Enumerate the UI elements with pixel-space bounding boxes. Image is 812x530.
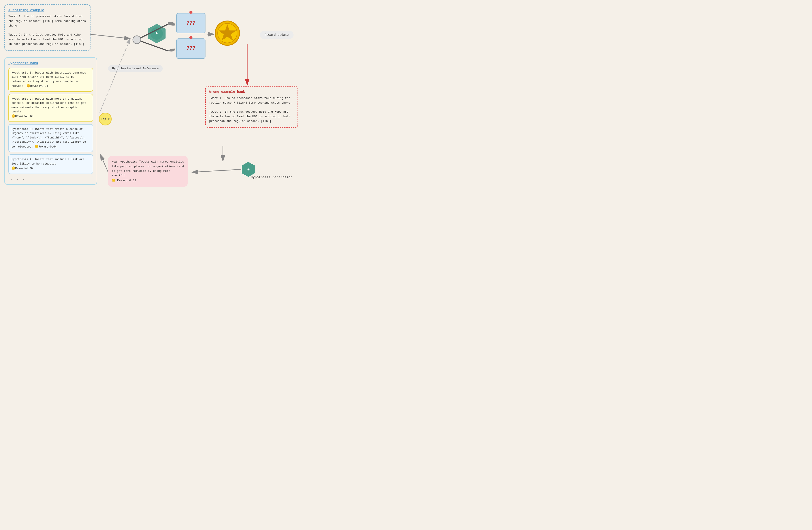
arrow-gen-to-newhyp (192, 169, 241, 172)
hyp2-text: Hypothesis 2: Tweets with more informati… (12, 97, 86, 113)
dots: . . . (9, 176, 93, 181)
robot-arm-lower (137, 40, 168, 51)
hyp2-reward: Reward=0.66 (15, 115, 33, 118)
openai-hex-gen (242, 162, 255, 177)
hyp1-reward: Reward=0.71 (30, 85, 48, 88)
openai-bg-gen (244, 165, 253, 174)
hypothesis-bank-box: Hypothesis bank Hypothesis 1: Tweets wit… (4, 57, 97, 185)
robot-joint (133, 36, 141, 44)
hypothesis-card-4: Hypothesis 4: Tweets that include a link… (9, 154, 93, 174)
arrow-hyp-to-robot (100, 39, 130, 113)
hyp3-reward: Reward=0.64 (39, 145, 57, 148)
wrong-tweet2: Tweet 2: In the last decade, Melo and Ko… (209, 110, 290, 123)
coin-icon-4: 🪙 (12, 166, 15, 171)
coin-icon-2: 🪙 (12, 114, 15, 119)
tweet1-text: Tweet 1: How do preseason stars fare dur… (9, 15, 86, 27)
topk-badge: Top k (99, 113, 112, 126)
slot-numbers-2: 777 (187, 45, 195, 51)
hypothesis-bank-title: Hypothesis bank (9, 61, 93, 65)
wrong-example-text: Tweet 1: How do preseason stars fare dur… (209, 96, 294, 124)
new-hypothesis-box: New hypothesis: Tweets with named entiti… (108, 156, 188, 187)
wrong-example-title: Wrong example bank (209, 90, 294, 94)
svg-text:✦: ✦ (155, 30, 159, 36)
arrow-newhyp-to-bank (100, 155, 108, 172)
slot-machine-2 (177, 39, 205, 58)
inference-label: Hypothesis-based Inference (108, 65, 163, 72)
openai-icon-gen: ✦ (247, 168, 250, 171)
hyp1-text: Hypothesis 1: Tweets with imperative com… (12, 71, 86, 88)
robot-claw-1 (168, 22, 175, 26)
hypothesis-card-3: Hypothesis 3: Tweets that create a sense… (9, 124, 93, 152)
slot-machine-1 (177, 13, 205, 33)
arrow-training-to-robot (90, 34, 130, 39)
new-hyp-text: New hypothesis: Tweets with named entiti… (112, 160, 184, 177)
new-hyp-reward: Reward=0.83 (117, 179, 136, 182)
slot-numbers-1: 777 (187, 20, 195, 26)
gold-star (218, 24, 236, 41)
main-container: A training example Tweet 1: How do prese… (0, 0, 305, 199)
coin-icon-1: 🪙 (27, 84, 30, 88)
wrong-example-box: Wrong example bank Tweet 1: How do prese… (205, 86, 298, 128)
hypothesis-card-1: Hypothesis 1: Tweets with imperative com… (9, 68, 93, 92)
reward-update-label: Reward Update (265, 33, 289, 37)
hypothesis-generation-label: Hypothesis Generation (251, 175, 292, 179)
openai-bg (150, 27, 163, 40)
tweet2-text: Tweet 2: In the last decade, Melo and Ko… (9, 33, 84, 46)
hyp4-reward: Reward=0.32 (15, 167, 33, 170)
slot-dot-1 (189, 11, 192, 14)
new-hyp-coin-icon: 🪙 (112, 178, 115, 183)
wrong-tweet1: Tweet 1: How do preseason stars fare dur… (209, 97, 292, 104)
robot-arm-upper (137, 24, 168, 40)
gold-coin (215, 21, 240, 45)
training-example-title: A training example (9, 9, 87, 12)
hypothesis-card-2: Hypothesis 2: Tweets with more informati… (9, 94, 93, 122)
training-example-text: Tweet 1: How do preseason stars fare dur… (9, 14, 87, 47)
slot-dot-2 (189, 36, 192, 39)
hyp4-text: Hypothesis 4: Tweets that include a link… (12, 158, 84, 165)
reward-update-box: Reward Update (260, 31, 293, 39)
training-example-box: A training example Tweet 1: How do prese… (4, 4, 90, 51)
coin-icon-3: 🪙 (35, 144, 39, 149)
topk-label: Top k (101, 117, 110, 121)
robot-claw-2 (168, 48, 175, 52)
openai-hex-main (148, 24, 165, 43)
gold-coin-inner (218, 24, 237, 43)
